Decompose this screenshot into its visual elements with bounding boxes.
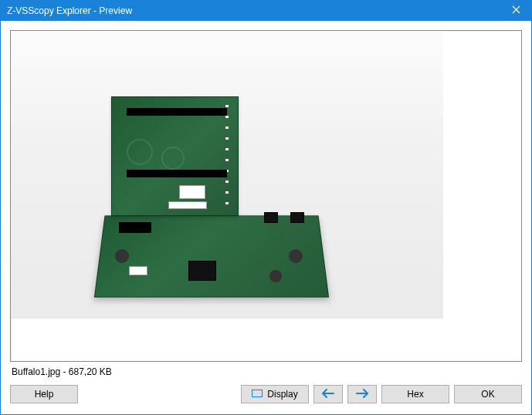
pcb-trace [161, 147, 185, 170]
button-label: Help [35, 389, 54, 400]
content-area: Buffalo1.jpg - 687,20 KB Help Display He… [1, 21, 531, 414]
pcb-chip [188, 261, 216, 281]
pcb-label-sticker [168, 201, 207, 209]
ok-button[interactable]: OK [454, 385, 522, 403]
pcb-capacitor [269, 270, 282, 282]
close-icon [512, 5, 520, 16]
status-text: Buffalo1.jpg - 687,20 KB [10, 362, 522, 383]
pcb-label-sticker [129, 266, 147, 275]
button-label: OK [481, 389, 494, 400]
preview-area [10, 30, 522, 362]
next-button[interactable] [347, 385, 377, 403]
window-title: Z-VSScopy Explorer - Preview [7, 5, 500, 16]
previous-button[interactable] [313, 385, 343, 403]
button-label: Hex [407, 389, 423, 400]
button-row: Help Display Hex OK [10, 383, 522, 411]
titlebar: Z-VSScopy Explorer - Preview [1, 1, 531, 21]
hex-button[interactable]: Hex [381, 385, 449, 403]
pcb-chip [264, 212, 278, 223]
pcb-capacitor [289, 249, 303, 263]
help-button[interactable]: Help [10, 385, 78, 403]
pcb-slot [127, 170, 227, 177]
button-label: Display [267, 389, 297, 400]
close-button[interactable] [500, 1, 531, 21]
display-icon [252, 389, 263, 400]
svg-rect-1 [253, 391, 261, 396]
pcb-trace [127, 139, 153, 165]
arrow-left-icon [322, 389, 334, 400]
preview-image [11, 31, 443, 319]
pcb-chip [119, 222, 151, 233]
arrow-right-icon [356, 389, 368, 400]
pcb-chip [290, 212, 304, 223]
pcb-slot [127, 108, 227, 116]
display-button[interactable]: Display [241, 385, 309, 403]
pcb-label-sticker [179, 185, 205, 199]
pcb-capacitor [115, 249, 129, 263]
